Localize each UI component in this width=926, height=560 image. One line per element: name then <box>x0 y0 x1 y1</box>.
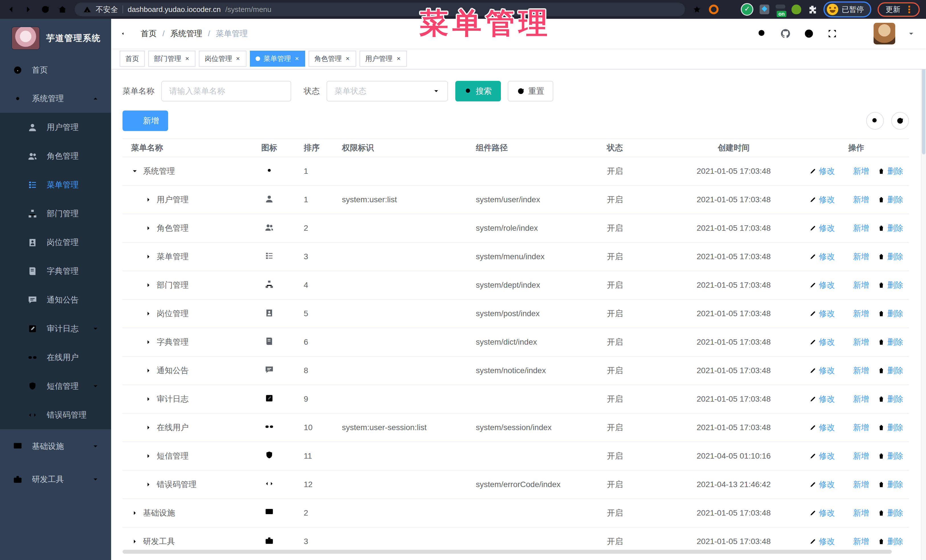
expand-icon[interactable] <box>145 452 152 460</box>
expand-icon[interactable] <box>145 196 152 203</box>
delete-link[interactable]: 删除 <box>878 337 903 347</box>
browser-forward-icon[interactable] <box>23 5 33 14</box>
edit-link[interactable]: 修改 <box>809 308 835 319</box>
add-link[interactable]: 新增 <box>843 451 869 462</box>
expand-icon[interactable] <box>131 509 138 517</box>
close-icon[interactable] <box>294 56 300 62</box>
edit-link[interactable]: 修改 <box>809 394 835 405</box>
browser-menu-dots-icon[interactable]: ⋮ <box>904 5 914 14</box>
refresh-table-button[interactable] <box>891 112 909 130</box>
sidebar-item-dict[interactable]: 字典管理 <box>0 257 111 285</box>
close-icon[interactable] <box>396 56 401 62</box>
browser-update-button[interactable]: 更新 ⋮ <box>878 2 920 17</box>
edit-link[interactable]: 修改 <box>809 166 835 177</box>
delete-link[interactable]: 删除 <box>878 479 903 490</box>
edit-link[interactable]: 修改 <box>809 223 835 234</box>
edit-link[interactable]: 修改 <box>809 251 835 262</box>
browser-back-icon[interactable] <box>6 5 16 14</box>
toggle-search-button[interactable] <box>866 112 884 130</box>
delete-link[interactable]: 删除 <box>878 194 903 205</box>
expand-icon[interactable] <box>145 253 152 260</box>
user-avatar[interactable] <box>873 23 895 44</box>
sidebar-item-sms[interactable]: 短信管理 <box>0 372 111 400</box>
edit-link[interactable]: 修改 <box>809 280 835 291</box>
close-icon[interactable] <box>185 56 190 62</box>
add-link[interactable]: 新增 <box>843 536 869 547</box>
extension-proxy-icon[interactable]: on <box>776 5 785 14</box>
delete-link[interactable]: 删除 <box>878 451 903 462</box>
add-link[interactable]: 新增 <box>843 394 869 405</box>
close-icon[interactable] <box>345 56 350 62</box>
delete-link[interactable]: 删除 <box>878 223 903 234</box>
expand-icon[interactable] <box>145 367 152 374</box>
sidebar-item-roles[interactable]: 角色管理 <box>0 142 111 171</box>
extension-green-check-icon[interactable] <box>741 3 754 16</box>
sidebar-item-users[interactable]: 用户管理 <box>0 113 111 142</box>
breadcrumb-system[interactable]: 系统管理 <box>157 28 202 39</box>
sidebar-item-system[interactable]: 系统管理 <box>0 84 111 113</box>
delete-link[interactable]: 删除 <box>878 166 903 177</box>
sidebar-item-audit-log[interactable]: 审计日志 <box>0 314 111 343</box>
font-size-icon[interactable] <box>850 28 861 39</box>
extension-monkey-icon[interactable] <box>791 5 801 14</box>
tab-user[interactable]: 用户管理 <box>360 51 407 66</box>
horizontal-scrollbar[interactable] <box>123 550 892 554</box>
edit-link[interactable]: 修改 <box>809 451 835 462</box>
tab-dept[interactable]: 部门管理 <box>148 51 195 66</box>
sidebar-item-devtools[interactable]: 研发工具 <box>0 465 111 494</box>
github-icon[interactable] <box>780 28 791 39</box>
sidebar-item-online-users[interactable]: 在线用户 <box>0 343 111 372</box>
sidebar-item-notice[interactable]: 通知公告 <box>0 285 111 314</box>
edit-link[interactable]: 修改 <box>809 365 835 376</box>
menu-name-input[interactable] <box>161 81 291 101</box>
delete-link[interactable]: 删除 <box>878 365 903 376</box>
add-link[interactable]: 新增 <box>843 365 869 376</box>
tab-role[interactable]: 角色管理 <box>309 51 356 66</box>
expand-icon[interactable] <box>131 538 138 545</box>
sidebar-item-depts[interactable]: 部门管理 <box>0 199 111 228</box>
add-link[interactable]: 新增 <box>843 479 869 490</box>
expand-icon[interactable] <box>145 481 152 488</box>
tab-menu[interactable]: 菜单管理 <box>250 51 305 66</box>
extension-grid-icon[interactable] <box>760 5 769 14</box>
expand-icon[interactable] <box>145 395 152 403</box>
tab-home[interactable]: 首页 <box>120 51 145 66</box>
delete-link[interactable]: 删除 <box>878 251 903 262</box>
add-link[interactable]: 新增 <box>843 422 869 433</box>
add-link[interactable]: 新增 <box>843 308 869 319</box>
browser-reload-icon[interactable] <box>41 5 50 14</box>
extensions-puzzle-icon[interactable] <box>808 5 817 14</box>
add-link[interactable]: 新增 <box>843 280 869 291</box>
sidebar-item-error-code[interactable]: 错误码管理 <box>0 400 111 429</box>
add-button[interactable]: 新增 <box>123 110 168 131</box>
edit-link[interactable]: 修改 <box>809 422 835 433</box>
app-logo[interactable]: 芋道管理系统 <box>0 19 111 56</box>
add-link[interactable]: 新增 <box>843 337 869 347</box>
add-link[interactable]: 新增 <box>843 166 869 177</box>
edit-link[interactable]: 修改 <box>809 479 835 490</box>
edit-link[interactable]: 修改 <box>809 536 835 547</box>
reset-button[interactable]: 重置 <box>508 81 553 101</box>
expand-icon[interactable] <box>145 424 152 431</box>
fullscreen-icon[interactable] <box>827 28 838 39</box>
expand-icon[interactable] <box>145 225 152 232</box>
tab-post[interactable]: 岗位管理 <box>199 51 246 66</box>
status-select[interactable]: 菜单状态 <box>327 81 448 101</box>
delete-link[interactable]: 删除 <box>878 394 903 405</box>
sidebar-item-infra[interactable]: 基础设施 <box>0 432 111 460</box>
delete-link[interactable]: 删除 <box>878 308 903 319</box>
not-secure-warning-icon[interactable] <box>83 5 91 14</box>
breadcrumb-home[interactable]: 首页 <box>141 28 157 39</box>
sidebar-item-menus[interactable]: 菜单管理 <box>0 171 111 199</box>
delete-link[interactable]: 删除 <box>878 280 903 291</box>
url-bar[interactable]: 不安全 dashboard.yudao.iocoder.cn/system/me… <box>75 3 685 16</box>
add-link[interactable]: 新增 <box>843 251 869 262</box>
delete-link[interactable]: 删除 <box>878 507 903 518</box>
avatar-caret-down-icon[interactable] <box>908 30 915 37</box>
close-icon[interactable] <box>235 56 241 62</box>
expand-icon[interactable] <box>145 310 152 317</box>
extension-orange-icon[interactable] <box>709 5 719 14</box>
collapse-icon[interactable] <box>131 168 138 175</box>
add-link[interactable]: 新增 <box>843 507 869 518</box>
extension-gem-icon[interactable] <box>725 5 735 14</box>
